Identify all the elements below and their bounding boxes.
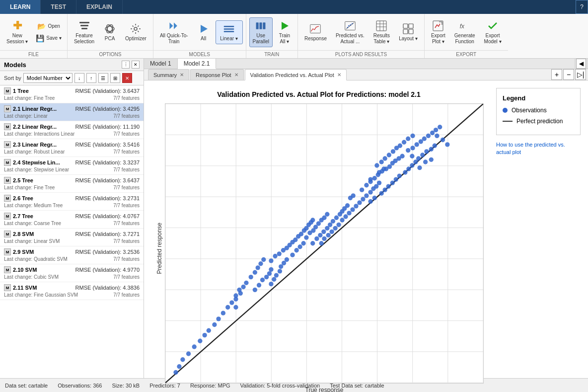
svg-rect-0: [79, 22, 89, 23]
grid-view-button[interactable]: ⊞: [110, 73, 120, 83]
model-item-2.5[interactable]: M 2.5 Tree RMSE (Validation): 3.6437 Las…: [0, 175, 144, 193]
model-item-2.8[interactable]: M 2.8 SVM RMSE (Validation): 3.7271 Last…: [0, 229, 144, 246]
chart-svg: 5 10 15 20 25 30 35 40 45 5: [165, 104, 483, 383]
predicted-vs-actual-button[interactable]: Predicted vs.Actual ...: [332, 17, 368, 47]
response-button[interactable]: Response: [301, 20, 330, 44]
model-item-1[interactable]: M 1 Tree RMSE (Validation): 3.6437 Last …: [0, 85, 144, 103]
sort-desc-button[interactable]: ↓: [74, 73, 84, 83]
model-item-2.1[interactable]: M 2.1 Linear Regr... RMSE (Validation): …: [0, 103, 144, 121]
sort-by-label: Sort by: [4, 75, 21, 81]
zoom-in-button[interactable]: +: [551, 69, 562, 80]
plot-tab-validation[interactable]: Validation Predicted vs. Actual Plot ✕: [245, 69, 347, 80]
model-item-2.2[interactable]: M 2.2 Linear Regr... RMSE (Validation): …: [0, 121, 144, 139]
legend-help-link[interactable]: How to use the predicted vs. actual plot: [496, 141, 581, 157]
svg-point-114: [273, 254, 277, 258]
use-parallel-button[interactable]: UseParallel: [249, 17, 273, 47]
plot-tabs-spacer: [348, 69, 550, 80]
svg-point-178: [391, 149, 395, 154]
model-last-change-1: Last change: Fine Tree: [4, 95, 55, 101]
model-features-2.1: 7/7 features: [113, 113, 140, 119]
model-tab-1[interactable]: Model 1: [144, 59, 178, 69]
validation-tab-close[interactable]: ✕: [337, 72, 341, 78]
svg-point-95: [249, 275, 253, 279]
train-all-button[interactable]: TrainAll ▾: [275, 17, 294, 47]
plot-tabs: Summary ✕ Response Plot ✕ Validation Pre…: [144, 69, 588, 80]
linear-button[interactable]: Linear ▾: [216, 20, 243, 44]
export-model-button[interactable]: ExportModel ▾: [481, 17, 505, 47]
export-model-icon: [487, 20, 499, 32]
svg-point-203: [372, 196, 377, 200]
all-button[interactable]: All: [194, 20, 214, 44]
model-item-2.9[interactable]: M 2.9 SVM RMSE (Validation): 3.2536 Last…: [0, 246, 144, 264]
legend-item-observations: Observations: [503, 107, 574, 114]
model-item-2.11[interactable]: M 2.11 SVM RMSE (Validation): 4.3836 Las…: [0, 282, 144, 300]
save-button[interactable]: 💾 Save ▾: [33, 33, 64, 44]
svg-point-153: [357, 200, 362, 205]
open-button[interactable]: 📂 Open: [33, 21, 64, 32]
model-name-2.4: 2.4 Stepwise Lin...: [13, 159, 60, 165]
results-table-button[interactable]: ResultsTable ▾: [370, 17, 393, 47]
plot-tab-response[interactable]: Response Plot ✕: [190, 69, 244, 80]
model-name-2.7: 2.7 Tree: [13, 213, 33, 219]
status-observations: Observations: 366: [58, 383, 102, 389]
svg-point-135: [325, 212, 329, 217]
model-tabs: Model 1 Model 2.1 ◀: [144, 59, 588, 69]
svg-point-112: [285, 257, 289, 262]
help-button[interactable]: ?: [576, 0, 588, 14]
optimizer-button[interactable]: Optimizer: [122, 20, 150, 44]
list-view-button[interactable]: ☰: [98, 73, 108, 83]
svg-rect-15: [263, 22, 266, 29]
response-tab-label: Response Plot: [196, 72, 231, 78]
svg-text:fx: fx: [459, 23, 464, 30]
zoom-out-button[interactable]: −: [563, 69, 574, 80]
svg-rect-32: [409, 29, 413, 34]
svg-point-84: [216, 316, 220, 321]
layout-button[interactable]: Layout ▾: [395, 20, 421, 44]
export-plot-button[interactable]: ExportPlot ▾: [428, 17, 449, 47]
svg-point-174: [374, 163, 379, 167]
panel-menu-button[interactable]: ⋮: [122, 61, 130, 69]
delete-button[interactable]: ✕: [122, 73, 132, 83]
svg-point-162: [360, 187, 364, 192]
svg-point-96: [253, 270, 257, 275]
model-tab-scroll-left[interactable]: ◀: [576, 59, 586, 69]
model-item-2.6[interactable]: M 2.6 Tree RMSE (Validation): 3.2731 Las…: [0, 193, 144, 211]
model-icon-2.3: M: [4, 141, 11, 148]
all-quick-to-train-button[interactable]: All Quick-To-Train: [156, 17, 192, 47]
model-item-2.3[interactable]: M 2.3 Linear Regr... RMSE (Validation): …: [0, 139, 144, 157]
pca-button[interactable]: PCA: [100, 20, 120, 44]
svg-point-187: [422, 137, 427, 141]
nav-tab-test[interactable]: TEST: [41, 0, 76, 14]
panel-close-button[interactable]: ✕: [132, 61, 140, 69]
fit-button[interactable]: ▷|: [575, 69, 586, 80]
file-label: FILE: [0, 50, 67, 58]
svg-point-75: [177, 364, 181, 369]
model-rmse-2.4: RMSE (Validation): 3.3237: [75, 159, 140, 165]
svg-point-105: [269, 267, 273, 272]
sort-select[interactable]: Model Number RMSE Name: [23, 73, 73, 83]
svg-point-127: [310, 218, 315, 222]
nav-tab-learn[interactable]: LEARN: [0, 0, 41, 14]
plot-tab-summary[interactable]: Summary ✕: [148, 69, 189, 80]
model-item-2.7[interactable]: M 2.7 Tree RMSE (Validation): 4.0767 Las…: [0, 211, 144, 229]
model-item-2.10[interactable]: M 2.10 SVM RMSE (Validation): 4.9770 Las…: [0, 264, 144, 282]
model-tab-2-1[interactable]: Model 2.1: [178, 59, 217, 69]
svg-point-151: [350, 207, 355, 212]
svg-point-208: [394, 177, 398, 181]
svg-point-155: [364, 193, 368, 198]
model-rmse-2.1: RMSE (Validation): 3.4295: [75, 106, 140, 112]
response-tab-close[interactable]: ✕: [234, 72, 238, 78]
model-features-2.9: 7/7 features: [113, 256, 140, 262]
new-session-button[interactable]: ✚ NewSession ▾: [3, 17, 31, 47]
svg-point-104: [267, 271, 272, 276]
model-features-2.11: 7/7 features: [113, 292, 140, 298]
nav-tab-explain[interactable]: EXPLAIN: [76, 0, 123, 14]
svg-point-210: [403, 170, 407, 174]
svg-point-159: [377, 180, 381, 185]
sort-asc-button[interactable]: ↑: [86, 73, 96, 83]
feature-selection-button[interactable]: FeatureSelection: [71, 17, 98, 47]
legend-panel: Legend Observations Perfect prediction H…: [489, 80, 588, 392]
model-item-2.4[interactable]: M 2.4 Stepwise Lin... RMSE (Validation):…: [0, 157, 144, 175]
summary-tab-close[interactable]: ✕: [180, 72, 184, 78]
generate-function-button[interactable]: fx GenerateFunction: [451, 17, 479, 47]
